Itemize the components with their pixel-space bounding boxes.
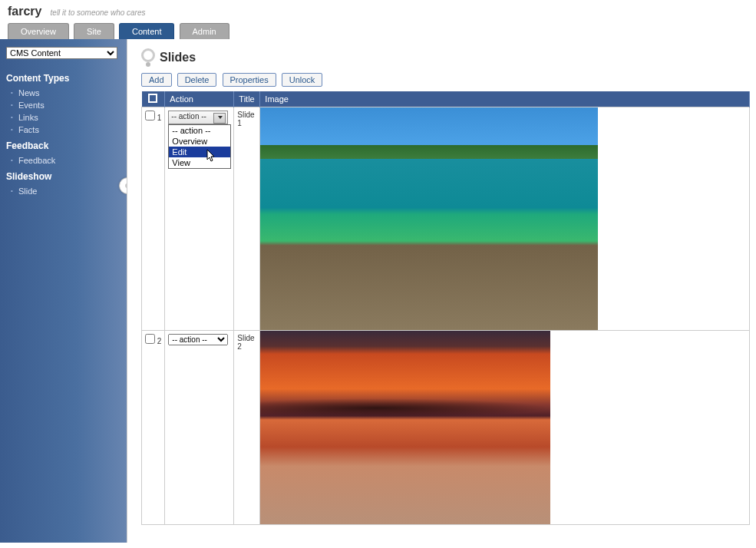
- delete-button[interactable]: Delete: [177, 73, 217, 87]
- action-select[interactable]: -- action --: [168, 111, 228, 124]
- top-nav: Overview Site Content Admin: [0, 20, 756, 39]
- tab-admin[interactable]: Admin: [180, 23, 229, 39]
- sidebar-item-feedback[interactable]: Feedback: [11, 154, 120, 167]
- column-image: Image: [260, 91, 750, 107]
- chevron-down-icon: [218, 116, 223, 119]
- sidebar-section-feedback: Feedback: [6, 140, 120, 151]
- brand: farcry: [8, 5, 41, 18]
- sidebar-item-news[interactable]: News: [11, 87, 120, 99]
- breadcrumb: Slides: [141, 48, 750, 67]
- tab-site[interactable]: Site: [74, 23, 114, 39]
- action-select[interactable]: -- action --: [168, 334, 228, 345]
- action-option[interactable]: -- action --: [169, 125, 230, 136]
- slide-image: [260, 331, 550, 524]
- slide-image: [260, 107, 598, 330]
- sidebar-item-links[interactable]: Links: [11, 111, 120, 124]
- tab-overview[interactable]: Overview: [8, 23, 69, 39]
- properties-button[interactable]: Properties: [223, 73, 276, 87]
- column-title: Title: [234, 91, 260, 107]
- sidebar-item-events[interactable]: Events: [11, 99, 120, 111]
- app-header: farcry tell it to someone who cares: [0, 0, 756, 20]
- page-title: Slides: [160, 51, 196, 64]
- action-option-view[interactable]: View: [169, 157, 230, 168]
- content-area: Slides Add Delete Properties Unlock Acti…: [127, 39, 756, 543]
- row-checkbox[interactable]: [145, 334, 155, 344]
- header-checkbox-cell[interactable]: [142, 91, 165, 107]
- slides-grid: Action Title Image 1 -- action --: [141, 91, 750, 525]
- action-select-value: -- action --: [171, 112, 206, 120]
- action-dropdown-open: -- action -- Overview Edit View: [168, 124, 231, 169]
- add-button[interactable]: Add: [141, 73, 172, 87]
- select-all-checkbox-icon[interactable]: [148, 94, 157, 103]
- breadcrumb-dot-icon: [146, 62, 150, 67]
- sidebar-section-content-types: Content Types: [6, 73, 120, 84]
- table-row: 1 -- action -- -- action -- Overview Ed: [142, 107, 750, 331]
- sidebar-item-slide[interactable]: Slide: [11, 185, 120, 197]
- row-title: Slide 2: [234, 331, 260, 525]
- action-option-overview[interactable]: Overview: [169, 136, 230, 147]
- unlock-button[interactable]: Unlock: [282, 73, 323, 87]
- table-row: 2 -- action -- Slide 2: [142, 331, 750, 525]
- row-checkbox[interactable]: [145, 111, 155, 120]
- toolbar: Add Delete Properties Unlock: [141, 73, 750, 87]
- sidebar: CMS Content Content Types News Events Li…: [0, 39, 127, 543]
- tagline: tell it to someone who cares: [51, 8, 146, 17]
- sidebar-section-slideshow: Slideshow: [6, 171, 120, 182]
- row-title: Slide 1: [234, 107, 260, 331]
- breadcrumb-root-icon: [141, 48, 155, 62]
- sidebar-item-facts[interactable]: Facts: [11, 124, 120, 136]
- content-scope-select[interactable]: CMS Content: [6, 47, 117, 59]
- column-action: Action: [165, 91, 234, 107]
- action-option-edit[interactable]: Edit: [169, 147, 230, 157]
- tab-content[interactable]: Content: [119, 23, 175, 39]
- row-number: 2: [157, 337, 162, 345]
- row-number: 1: [157, 114, 162, 122]
